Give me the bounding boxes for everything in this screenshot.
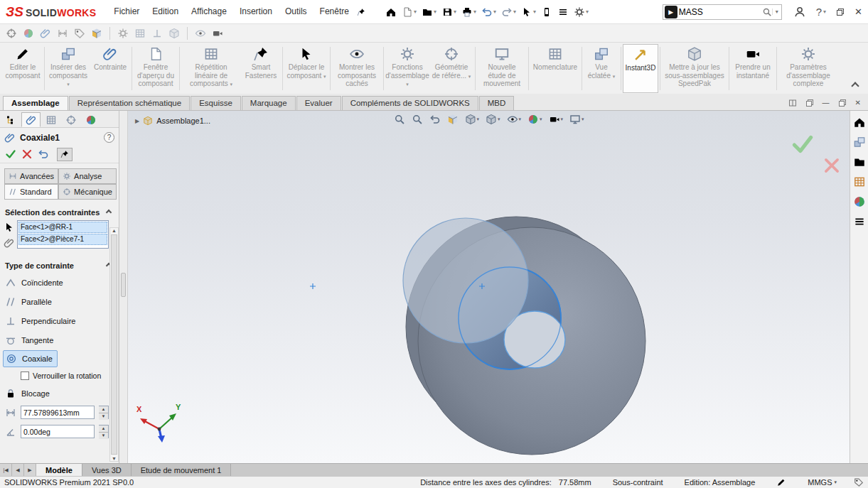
snapshot-icon[interactable] xyxy=(212,28,223,39)
stepper-up-icon[interactable]: ▲ xyxy=(99,425,108,433)
redo-button[interactable]: ▾ xyxy=(501,6,516,18)
scrollbar-thumb[interactable] xyxy=(111,234,117,455)
tab-motion-study[interactable]: Etude de mouvement 1 xyxy=(132,464,232,476)
breadcrumb[interactable]: ▶ Assemblage1... xyxy=(135,116,210,126)
options-button[interactable]: ▾ xyxy=(574,6,589,18)
dropdown-icon[interactable]: ▾ xyxy=(493,9,496,15)
ok-button[interactable] xyxy=(5,148,16,160)
restore-window-button[interactable] xyxy=(836,8,845,16)
custom-properties-icon[interactable] xyxy=(853,215,866,228)
cancel-button[interactable] xyxy=(21,148,33,160)
tab-evaluer[interactable]: Evaluer xyxy=(296,96,341,110)
view-orientation-icon[interactable]: ▾ xyxy=(464,114,479,125)
confirmation-cancel-button[interactable] xyxy=(821,156,842,175)
help-button[interactable]: ?▾ xyxy=(816,6,826,18)
dropdown-icon[interactable]: ▾ xyxy=(476,116,479,122)
reference-axis-icon[interactable] xyxy=(151,28,163,39)
ribbon-button-component-preview-window[interactable]: Fenêtre d'aperçu du composant xyxy=(134,44,178,93)
close-window-button[interactable]: ✕ xyxy=(854,6,862,17)
graphics-area[interactable]: ▶ Assemblage1... ▾ ▾ ▾ ▾ ▾ ▾ X Y xyxy=(128,111,850,463)
gear-icon[interactable] xyxy=(117,28,129,39)
home-button[interactable] xyxy=(385,6,397,18)
first-tab-button[interactable]: |◀ xyxy=(0,464,12,476)
dropdown-icon[interactable]: ▾ xyxy=(533,9,536,15)
menubar-pin-icon[interactable] xyxy=(357,8,365,16)
menu-affichage[interactable]: Affichage xyxy=(185,0,233,23)
search-icon[interactable] xyxy=(762,7,772,17)
scroll-up-icon[interactable]: ▲ xyxy=(112,228,117,233)
mate-selection-listbox[interactable]: Face<1>@RR-1 Face<2>@Pièce7-1 xyxy=(17,220,109,249)
touch-mode-button[interactable] xyxy=(541,6,552,18)
tab-mecanique[interactable]: Mécanique xyxy=(58,184,117,200)
ribbon-button-take-snapshot[interactable]: Prendre un instantané xyxy=(731,44,775,93)
tab-esquisse[interactable]: Esquisse xyxy=(191,96,241,110)
mating-component-face[interactable] xyxy=(403,218,528,343)
mate-link-icon[interactable] xyxy=(40,28,51,39)
tab-standard[interactable]: Standard xyxy=(4,184,58,200)
dropdown-icon[interactable]: ▾ xyxy=(414,9,417,15)
ribbon-button-edit-component[interactable]: Editer le composant xyxy=(3,44,43,93)
menu-fenetre[interactable]: Fenêtre xyxy=(314,0,355,23)
dimxpertmanager-tab[interactable] xyxy=(61,112,80,127)
view-orientation-icon[interactable] xyxy=(168,28,180,39)
menu-fichier[interactable]: Fichier xyxy=(107,0,146,23)
keep-visible-pin-button[interactable] xyxy=(57,148,73,161)
hide-show-items-icon[interactable]: ▾ xyxy=(506,114,521,125)
mate-type-coincident[interactable]: Coïncidente xyxy=(0,273,119,292)
search-input[interactable] xyxy=(679,7,762,17)
tab-analyse[interactable]: Analyse xyxy=(58,168,117,184)
angle-input[interactable]: 0.00deg xyxy=(21,425,95,438)
apply-scene-icon[interactable] xyxy=(91,28,102,39)
menu-edition[interactable]: Edition xyxy=(146,0,185,23)
dropdown-icon[interactable]: ▾ xyxy=(434,9,436,15)
selection-filter-icon[interactable] xyxy=(6,28,17,39)
dropdown-icon[interactable]: ▾ xyxy=(582,116,584,122)
zoom-to-fit-icon[interactable] xyxy=(393,114,404,125)
mate-type-perpendicular[interactable]: Perpendiculaire xyxy=(0,311,119,330)
lock-rotation-checkbox[interactable] xyxy=(21,372,29,380)
tab-model[interactable]: Modèle xyxy=(36,464,82,476)
distance-stepper[interactable]: ▲▼ xyxy=(99,406,109,419)
ribbon-button-new-motion-study[interactable]: Nouvelle étude de mouvement xyxy=(477,44,527,93)
tag-icon[interactable] xyxy=(74,28,85,39)
edit-appearance-icon[interactable]: ▾ xyxy=(527,114,542,125)
previous-tab-button[interactable]: ◀ xyxy=(12,464,24,476)
ribbon-button-move-component[interactable]: Déplacer le composant ▾ xyxy=(284,44,328,93)
expand-arrow-icon[interactable]: ▶ xyxy=(135,118,139,124)
menu-insertion[interactable]: Insertion xyxy=(233,0,279,23)
tab-representation-schematique[interactable]: Représentation schématique xyxy=(69,96,190,110)
tab-3d-views[interactable]: Vues 3D xyxy=(82,464,132,476)
help-icon[interactable]: ? xyxy=(104,132,114,143)
ribbon-button-exploded-view[interactable]: Vue éclatée ▾ xyxy=(584,44,619,93)
ribbon-button-smart-fasteners[interactable]: Smart Fasteners xyxy=(241,44,281,93)
doc-restore-button[interactable] xyxy=(838,99,847,107)
dropdown-icon[interactable]: ▾ xyxy=(518,116,521,122)
measure-icon[interactable] xyxy=(57,28,68,39)
featuremanager-tab[interactable] xyxy=(1,112,21,127)
hide-show-icon[interactable] xyxy=(195,28,206,39)
grid-system-icon[interactable] xyxy=(134,28,146,39)
save-button[interactable]: ▾ xyxy=(441,6,456,18)
dropdown-icon[interactable]: ▾ xyxy=(473,9,476,15)
view-settings-icon[interactable]: ▾ xyxy=(569,114,584,125)
ribbon-button-assembly-features[interactable]: Fonctions d'assemblage ▾ xyxy=(385,44,429,93)
propertymanager-tab[interactable] xyxy=(21,112,41,127)
tab-complements-solidworks[interactable]: Compléments de SOLIDWORKS xyxy=(342,96,478,110)
ribbon-button-mate[interactable]: Contrainte xyxy=(90,44,130,93)
doc-minimize-button[interactable]: — xyxy=(823,99,830,107)
doc-close-button[interactable]: ✕ xyxy=(855,99,861,107)
apply-scene-icon[interactable]: ▾ xyxy=(549,114,564,125)
splitter-grip[interactable] xyxy=(121,273,126,297)
mate-type-header[interactable]: Type de contrainte xyxy=(0,257,119,273)
ribbon-button-reference-geometry[interactable]: Géométrie de référe... ▾ xyxy=(429,44,473,93)
dropdown-icon[interactable]: ▾ xyxy=(498,116,500,122)
design-library-icon[interactable] xyxy=(853,136,866,148)
options-list-button[interactable] xyxy=(557,6,569,18)
stepper-up-icon[interactable]: ▲ xyxy=(99,406,108,413)
section-view-icon[interactable] xyxy=(446,114,458,125)
ribbon-button-linear-component-pattern[interactable]: Répétition linéaire de composants ▾ xyxy=(181,44,241,93)
sketch-pencil-icon[interactable] xyxy=(776,477,786,487)
ribbon-button-update-speedpak[interactable]: Mettre à jour les sous-assemblages Speed… xyxy=(662,44,727,93)
dropdown-icon[interactable]: ▾ xyxy=(540,116,542,122)
undo-button[interactable]: ▾ xyxy=(481,6,496,18)
